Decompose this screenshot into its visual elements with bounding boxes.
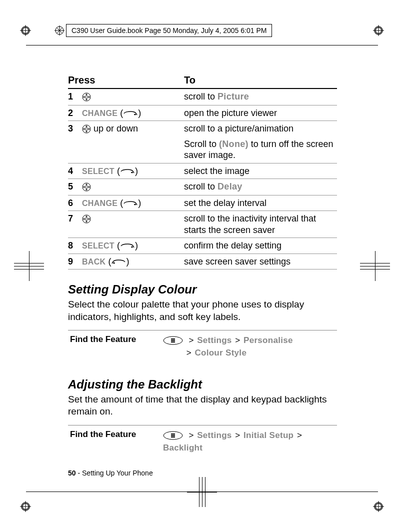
step-number: 3 [68,121,82,164]
to-cell: select the image [184,163,337,179]
table-row: 9BACK ()save screen saver settings [68,254,337,270]
find-feature-box: Find the Feature > Settings > Initial Se… [68,425,337,459]
press-cell: CHANGE () [82,195,184,211]
table-row: 3 up or downscroll to a picture/animatio… [68,121,337,164]
svg-point-21 [113,262,115,264]
step-number: 6 [68,195,82,211]
page-number: 50 [68,469,76,477]
nav-key-icon [82,182,91,193]
softkey-label: BACK [82,258,106,266]
svg-point-14 [131,172,133,173]
svg-point-11 [134,114,136,115]
menu-label: (None) [219,139,248,149]
softkey-label: CHANGE [82,199,118,208]
to-text: open the picture viewer [184,108,277,118]
svg-rect-28 [171,435,175,436]
softkey-label: SELECT [82,242,114,250]
press-cell: SELECT () [82,163,184,179]
softkey-label: SELECT [82,167,114,176]
crop-mark-icon [54,25,65,36]
section-heading-display-colour: Setting Display Colour [68,282,337,296]
svg-point-19 [86,218,88,220]
crosshair-icon [187,477,217,507]
to-cell: confirm the delay setting [184,238,337,254]
footer-rule [26,492,378,492]
step-number: 9 [68,254,82,270]
svg-point-13 [86,128,88,130]
to-text: set the delay interval [184,198,266,208]
right-softkey-icon [120,166,135,176]
step-number: 4 [68,163,82,179]
nav-key-icon [82,214,91,225]
header-rule [26,45,378,46]
to-text: scroll to [184,92,218,102]
to-header: To [184,72,337,88]
menu-label: Picture [218,92,249,102]
press-cell: up or down [82,121,184,164]
press-cell: SELECT () [82,238,184,254]
to-cell: scroll to the inactivity interval that s… [184,211,337,238]
to-text: scroll to [184,182,218,192]
softkey-label: CHANGE [82,109,118,118]
menu-key-icon [163,336,186,345]
press-cell: BACK () [82,254,184,270]
svg-rect-27 [171,434,175,434]
to-cell: scroll to Delay [184,179,337,196]
table-row: 7scroll to the inactivity interval that … [68,211,337,238]
to-cell: scroll to a picture/animationScroll to (… [184,121,337,164]
section-body: Select the colour palette that your phon… [68,298,337,323]
table-row: 5scroll to Delay [68,179,337,196]
svg-point-16 [86,186,88,188]
to-text: save screen saver settings [184,256,290,266]
steps-table: Press To 1scroll to Picture2CHANGE ()ope… [68,72,337,270]
nav-key-icon [82,124,91,135]
crop-mark-icon [373,501,384,512]
table-row: 1scroll to Picture [68,88,337,105]
press-header: Press [68,72,184,88]
step-number: 7 [68,211,82,238]
find-feature-label: Find the Feature [70,430,155,454]
find-feature-path: > Settings > Initial Setup > Backlight [163,430,337,454]
crop-mark-icon [20,501,31,512]
find-feature-box: Find the Feature > Settings > Personalis… [68,330,337,364]
table-row: 2CHANGE ()open the picture viewer [68,105,337,121]
to-text: confirm the delay setting [184,240,282,250]
to-cell: set the delay interval [184,195,337,211]
to-text: select the image [184,166,250,176]
press-cell: CHANGE () [82,105,184,121]
step-number: 2 [68,105,82,121]
step-number: 1 [68,88,82,105]
to-cell: save screen saver settings [184,254,337,270]
to-cell: scroll to Picture [184,88,337,105]
menu-key-icon [163,430,186,440]
step-number: 8 [68,238,82,254]
press-cell [82,88,184,105]
press-extra: up or down [91,124,138,134]
left-softkey-icon [111,256,126,266]
step-number: 5 [68,179,82,196]
svg-point-20 [131,246,133,248]
svg-point-17 [134,204,136,205]
to-text: scroll to the inactivity interval that s… [184,214,316,235]
svg-rect-25 [171,342,175,342]
press-cell [82,179,184,196]
svg-point-10 [86,96,88,98]
crosshair-icon [360,251,390,281]
find-feature-path: > Settings > Personalise > Colour Style [163,334,293,359]
footer-section: - Setting Up Your Phone [76,469,153,477]
svg-rect-23 [171,338,175,340]
crop-mark-icon [373,25,384,36]
section-heading-backlight: Adjusting the Backlight [68,378,337,392]
to-cell: open the picture viewer [184,105,337,121]
to-text: Scroll to [184,139,219,149]
table-row: 8SELECT ()confirm the delay setting [68,238,337,254]
press-cell [82,211,184,238]
nav-key-icon [82,92,91,103]
page-footer: 50 - Setting Up Your Phone [68,469,153,477]
table-row: 4SELECT ()select the image [68,163,337,179]
to-text: scroll to a picture/animation [184,124,294,134]
page: C390 User Guide.book Page 50 Monday, Jul… [0,0,404,532]
svg-rect-24 [171,340,175,341]
section-body: Set the amount of time that the display … [68,394,337,418]
right-softkey-icon [120,240,135,250]
